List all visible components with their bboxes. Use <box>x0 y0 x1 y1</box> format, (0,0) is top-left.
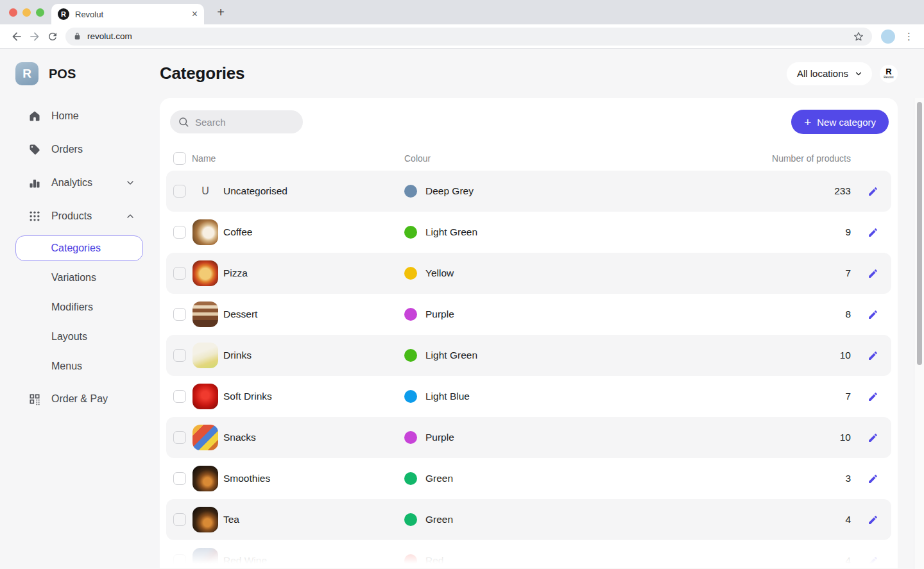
browser-tab[interactable]: R Revolut × <box>51 4 204 24</box>
row-checkbox[interactable] <box>173 308 186 321</box>
table-row[interactable]: U Uncategorised Deep Grey 233 <box>166 171 891 212</box>
tab-close-icon[interactable]: × <box>192 9 198 19</box>
table-row[interactable]: Coffee Light Green 9 <box>166 212 891 253</box>
scrollbar-thumb[interactable] <box>917 102 922 365</box>
categories-card: + New category Name Colour Number of pro… <box>160 98 898 568</box>
window-zoom-button[interactable] <box>36 8 44 17</box>
row-checkbox[interactable] <box>173 349 186 362</box>
colour-dot <box>404 267 417 280</box>
browser-profile-avatar[interactable] <box>881 30 895 44</box>
browser-menu-icon[interactable]: ⋮ <box>902 31 916 42</box>
table-row[interactable]: Smoothies Green 3 <box>166 458 891 499</box>
table-row[interactable]: Dessert Purple 8 <box>166 294 891 335</box>
chevron-up-icon <box>125 211 135 221</box>
row-checkbox[interactable] <box>173 226 186 239</box>
colour-dot <box>404 349 417 362</box>
colour-dot <box>404 390 417 403</box>
search-input[interactable] <box>195 117 291 128</box>
table-row[interactable]: Pizza Yellow 7 <box>166 253 891 294</box>
url-text: revolut.com <box>87 31 853 41</box>
edit-button[interactable] <box>865 183 880 199</box>
edit-button[interactable] <box>865 225 880 240</box>
colour-dot <box>404 472 417 485</box>
revolut-brand-badge: R Revolut <box>880 65 898 83</box>
row-name: Soft Drinks <box>223 391 272 402</box>
location-selector[interactable]: All locations <box>787 62 872 85</box>
row-name: Smoothies <box>223 473 270 484</box>
new-category-button[interactable]: + New category <box>791 110 889 134</box>
colour-label: Light Blue <box>425 391 470 402</box>
sidebar-item-products[interactable]: Products <box>15 202 143 230</box>
row-checkbox[interactable] <box>173 554 186 567</box>
colour-label: Red <box>425 555 443 566</box>
colour-dot <box>404 513 417 526</box>
row-checkbox[interactable] <box>173 431 186 444</box>
search-icon <box>178 116 189 128</box>
back-button[interactable] <box>8 28 26 46</box>
product-count: 4 <box>845 514 851 525</box>
sidebar-item-analytics[interactable]: Analytics <box>15 169 143 197</box>
sidebar-item-layouts[interactable]: Layouts <box>15 324 143 350</box>
edit-button[interactable] <box>865 307 880 322</box>
sidebar-subitem-label: Layouts <box>51 331 87 343</box>
revolut-brand-name: Revolut <box>884 76 893 80</box>
window-minimize-button[interactable] <box>22 8 31 17</box>
card-toolbar: + New category <box>160 110 898 134</box>
sidebar-item-home[interactable]: Home <box>15 102 143 130</box>
address-bar[interactable]: revolut.com <box>65 28 872 46</box>
new-category-label: New category <box>817 117 876 128</box>
column-header-count: Number of products <box>772 153 851 164</box>
window-controls <box>9 8 44 17</box>
edit-button[interactable] <box>865 512 880 527</box>
sidebar-item-variations[interactable]: Variations <box>15 265 143 291</box>
table-row[interactable]: Soft Drinks Light Blue 7 <box>166 376 891 417</box>
edit-button[interactable] <box>865 471 880 486</box>
edit-button[interactable] <box>865 430 880 445</box>
plus-icon: + <box>804 116 811 128</box>
row-checkbox[interactable] <box>173 185 186 198</box>
revolut-favicon-icon: R <box>58 8 69 20</box>
row-checkbox[interactable] <box>173 267 186 280</box>
app-page: R POS Home Orders Analytics <box>0 49 924 568</box>
sidebar-item-categories[interactable]: Categories <box>15 235 143 261</box>
select-all-checkbox[interactable] <box>173 152 186 165</box>
sidebar-item-order-and-pay[interactable]: Order & Pay <box>15 385 143 413</box>
edit-button[interactable] <box>865 348 880 363</box>
category-thumbnail <box>193 384 218 409</box>
category-rows: U Uncategorised Deep Grey 233 Coffee Lig… <box>160 171 898 568</box>
row-checkbox[interactable] <box>173 390 186 403</box>
tag-icon <box>28 143 41 156</box>
edit-button[interactable] <box>865 553 880 568</box>
sidebar-item-label: Order & Pay <box>51 393 108 405</box>
new-tab-button[interactable]: + <box>213 4 228 20</box>
page-header: Categories All locations R Revolut <box>160 49 924 98</box>
category-thumbnail <box>193 507 218 532</box>
sidebar-item-modifiers[interactable]: Modifiers <box>15 294 143 320</box>
sidebar-item-menus[interactable]: Menus <box>15 353 143 379</box>
column-header-colour: Colour <box>404 153 431 164</box>
table-row[interactable]: Drinks Light Green 10 <box>166 335 891 376</box>
search-box[interactable] <box>170 110 303 133</box>
edit-button[interactable] <box>865 389 880 404</box>
window-close-button[interactable] <box>9 8 17 17</box>
pencil-icon <box>868 309 878 320</box>
page-scrollbar[interactable] <box>914 98 924 569</box>
forward-button[interactable] <box>26 28 44 46</box>
table-row[interactable]: Tea Green 4 <box>166 499 891 540</box>
bookmark-star-icon[interactable] <box>853 31 864 42</box>
edit-button[interactable] <box>865 266 880 281</box>
pencil-icon <box>868 556 878 566</box>
refresh-icon <box>47 31 58 42</box>
refresh-button[interactable] <box>44 28 62 46</box>
row-name: Pizza <box>223 268 248 279</box>
colour-label: Light Green <box>425 226 477 238</box>
row-checkbox[interactable] <box>173 513 186 526</box>
table-row[interactable]: Red Wine Red 4 <box>166 540 891 568</box>
sidebar-item-orders[interactable]: Orders <box>15 135 143 164</box>
table-row[interactable]: Snacks Purple 10 <box>166 417 891 458</box>
product-count: 7 <box>845 391 851 402</box>
header-right: All locations R Revolut <box>787 62 898 85</box>
pencil-icon <box>868 350 878 361</box>
row-checkbox[interactable] <box>173 472 186 485</box>
colour-label: Purple <box>425 432 454 443</box>
